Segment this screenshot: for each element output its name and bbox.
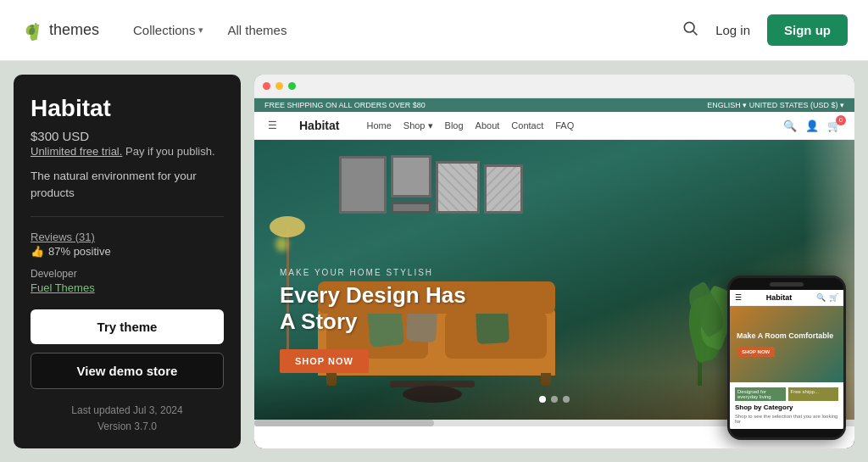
site-nav-contact[interactable]: Contact <box>511 120 543 131</box>
hero-subtitle: MAKE YOUR HOME STYLISH <box>280 268 466 277</box>
dot-2[interactable] <box>551 396 558 403</box>
main-content: Habitat $300 USD Unlimited free trial. P… <box>0 61 868 462</box>
mobile-screen: ☰ Habitat 🔍 🛒 Make A Room Comfortable SH… <box>730 290 843 429</box>
logo[interactable]: themes <box>20 19 99 42</box>
mobile-notch <box>730 278 843 290</box>
logo-text: themes <box>49 21 99 39</box>
mobile-search-icon[interactable]: 🔍 <box>816 293 826 302</box>
nav-links: Collections ▾ All themes <box>133 23 682 37</box>
frame-3 <box>391 202 431 214</box>
signup-button[interactable]: Sign up <box>767 14 848 46</box>
trial-suffix: Pay if you publish. <box>125 145 215 158</box>
mobile-banner-2: Free shipp... <box>788 387 839 401</box>
mobile-mockup: ☰ Habitat 🔍 🛒 Make A Room Comfortable SH… <box>727 276 846 440</box>
mobile-nav: ☰ Habitat 🔍 🛒 <box>730 290 843 306</box>
frame-4 <box>436 161 480 214</box>
theme-description: The natural environment for your product… <box>31 168 224 217</box>
free-trial-line: Unlimited free trial. Pay if you publish… <box>31 145 224 158</box>
last-updated: Last updated Jul 3, 2024 <box>31 403 224 419</box>
svg-point-0 <box>684 22 694 32</box>
login-button[interactable]: Log in <box>715 23 750 37</box>
site-search-icon[interactable]: 🔍 <box>783 120 797 132</box>
browser-close-dot <box>263 82 270 90</box>
mobile-logo: Habitat <box>766 293 793 302</box>
svg-line-1 <box>693 31 698 36</box>
frame-2 <box>391 155 431 198</box>
browser-min-dot <box>275 82 283 90</box>
site-nav-faq[interactable]: FAQ <box>555 120 574 131</box>
navbar: themes Collections ▾ All themes Log in S… <box>0 0 868 61</box>
frame-1 <box>339 156 387 214</box>
hero-text: MAKE YOUR HOME STYLISH Every Design Has … <box>280 268 466 335</box>
version: Version 3.7.0 <box>31 419 224 435</box>
site-top-bar-right: ENGLISH ▾ UNITED STATES (USD $) ▾ <box>707 101 844 109</box>
mobile-hero-heading: Make A Room Comfortable <box>737 331 833 342</box>
mobile-hero-content: Make A Room Comfortable SHOP NOW <box>730 325 840 364</box>
browser-max-dot <box>288 82 296 90</box>
site-account-icon[interactable]: 👤 <box>805 120 819 132</box>
developer-label: Developer <box>31 268 224 280</box>
site-top-bar-left: FREE SHIPPING ON ALL ORDERS OVER $80 <box>264 101 426 109</box>
theme-name: Habitat <box>31 95 224 122</box>
mobile-hamburger-icon[interactable]: ☰ <box>735 293 742 302</box>
hero-dots <box>539 396 570 403</box>
mobile-shop-by-cat-text: Shop to see the selection that you are l… <box>735 414 838 424</box>
site-nav-links: Home Shop ▾ Blog About Contact FAQ <box>366 120 766 131</box>
lamp-glow <box>275 237 288 252</box>
dot-1[interactable] <box>539 396 546 403</box>
mobile-shop-by-cat-title: Shop by Category <box>735 404 838 411</box>
reviews-link[interactable]: Reviews (31) <box>31 231 95 243</box>
try-theme-button[interactable]: Try theme <box>31 309 224 344</box>
hamburger-icon: ☰ <box>268 120 277 131</box>
site-nav-home[interactable]: Home <box>366 120 391 131</box>
mobile-cta-button[interactable]: SHOP NOW <box>737 347 775 357</box>
nav-collections[interactable]: Collections ▾ <box>133 23 203 37</box>
chevron-down-icon: ▾ <box>198 25 203 36</box>
mobile-notch-bar <box>770 282 804 287</box>
left-panel: Habitat $300 USD Unlimited free trial. P… <box>14 75 241 448</box>
site-nav-icons: 🔍 👤 🛒 0 <box>783 120 841 132</box>
hero-heading: Every Design Has A Story <box>280 282 466 335</box>
site-logo: Habitat <box>299 119 339 132</box>
free-trial-link[interactable]: Unlimited free trial. <box>31 145 122 158</box>
dot-3[interactable] <box>563 396 570 403</box>
mobile-bottom-bar <box>730 429 843 437</box>
theme-price: $300 USD <box>31 129 224 143</box>
site-cart-icon[interactable]: 🛒 0 <box>827 120 841 132</box>
hero-cta-button[interactable]: SHOP NOW <box>280 349 369 373</box>
site-nav: ☰ Habitat Home Shop ▾ Blog About Contact… <box>254 112 854 140</box>
search-icon[interactable] <box>682 19 698 41</box>
mobile-nav-icons: 🔍 🛒 <box>816 293 838 302</box>
mobile-banner-1: Designed for everyday living <box>735 387 786 401</box>
frame-5 <box>484 164 523 214</box>
update-info: Last updated Jul 3, 2024 Version 3.7.0 <box>31 403 224 435</box>
mobile-hero: Make A Room Comfortable SHOP NOW <box>730 306 843 382</box>
nav-all-themes[interactable]: All themes <box>227 23 287 37</box>
mobile-cart-icon[interactable]: 🛒 <box>829 293 838 302</box>
browser-bar <box>254 75 854 98</box>
view-demo-button[interactable]: View demo store <box>31 353 224 389</box>
reviews-positive: 👍 87% positive <box>31 245 224 258</box>
reviews-row: Reviews (31) <box>31 231 224 243</box>
developer-link[interactable]: Fuel Themes <box>31 281 224 294</box>
site-nav-shop[interactable]: Shop ▾ <box>403 120 433 131</box>
cart-count: 0 <box>836 115 846 125</box>
right-preview: FREE SHIPPING ON ALL ORDERS OVER $80 ENG… <box>254 75 854 448</box>
site-nav-about[interactable]: About <box>476 120 500 131</box>
lamp-head <box>270 216 305 237</box>
site-nav-blog[interactable]: Blog <box>445 120 464 131</box>
shopify-icon <box>20 19 44 42</box>
mobile-section: Designed for everyday living Free shipp.… <box>730 382 843 429</box>
mobile-banner-row: Designed for everyday living Free shipp.… <box>735 387 838 401</box>
nav-right: Log in Sign up <box>682 14 848 46</box>
thumbs-up-icon: 👍 <box>31 245 44 258</box>
scrollbar-thumb[interactable] <box>254 420 434 426</box>
wall-frames <box>339 155 523 214</box>
